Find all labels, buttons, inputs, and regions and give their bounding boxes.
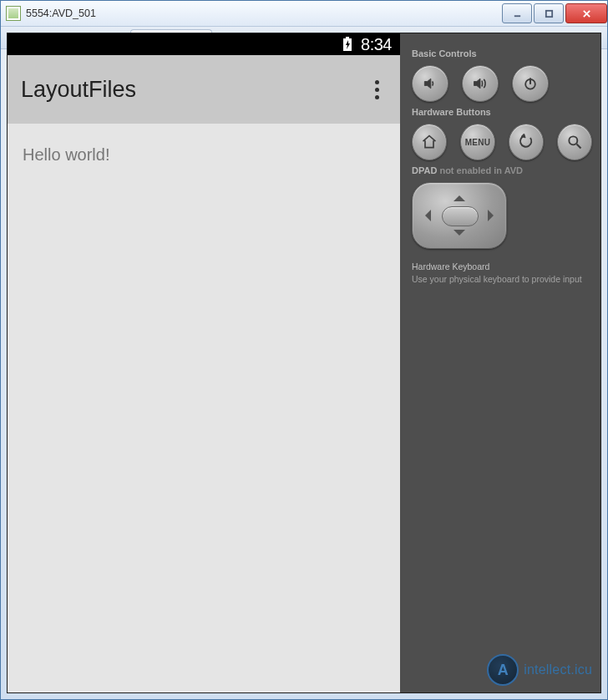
menu-button[interactable]: MENU bbox=[460, 124, 495, 160]
dpad-down-icon bbox=[453, 230, 465, 241]
volume-up-button[interactable] bbox=[462, 65, 499, 102]
hardware-keyboard-section: Hardware Keyboard Use your physical keyb… bbox=[412, 261, 592, 285]
dot-icon bbox=[375, 80, 379, 84]
dpad-heading: DPAD not enabled in AVD bbox=[412, 165, 592, 175]
svg-rect-1 bbox=[545, 10, 551, 16]
app-icon bbox=[6, 6, 21, 21]
emulator-control-panel: Basic Controls Hardware Buttons bbox=[400, 33, 600, 692]
app-title: LayoutFiles bbox=[21, 77, 367, 103]
android-statusbar: 8:34 bbox=[8, 33, 400, 55]
maximize-button[interactable] bbox=[534, 3, 564, 23]
dot-icon bbox=[375, 95, 379, 99]
volume-down-button[interactable] bbox=[412, 65, 448, 102]
dpad-disabled-text: not enabled in AVD bbox=[439, 165, 523, 175]
watermark: A intellect.icu bbox=[487, 654, 592, 686]
app-action-bar: LayoutFiles bbox=[8, 55, 400, 124]
dpad-up-icon bbox=[453, 190, 465, 201]
dot-icon bbox=[375, 88, 379, 92]
window-body: 8:34 LayoutFiles Hello world! Basic Cont… bbox=[1, 49, 607, 699]
hardware-keyboard-heading: Hardware Keyboard bbox=[412, 261, 592, 273]
svg-point-9 bbox=[569, 136, 577, 145]
hardware-keyboard-subtitle: Use your physical keyboard to provide in… bbox=[412, 273, 592, 286]
back-icon bbox=[518, 134, 535, 150]
power-icon bbox=[522, 75, 539, 92]
home-icon bbox=[421, 134, 438, 150]
emulator-frame: 8:34 LayoutFiles Hello world! Basic Cont… bbox=[7, 33, 601, 693]
window-titlebar[interactable]: 5554:AVD_501 bbox=[1, 1, 607, 27]
maximize-icon bbox=[545, 9, 554, 18]
dpad-label-text: DPAD bbox=[412, 165, 437, 175]
dpad-right-icon bbox=[488, 210, 499, 221]
volume-up-icon bbox=[472, 75, 489, 92]
basic-controls-heading: Basic Controls bbox=[412, 48, 592, 58]
dpad-left-icon bbox=[419, 210, 431, 221]
svg-rect-5 bbox=[346, 37, 349, 38]
dpad-center-button bbox=[442, 206, 479, 226]
watermark-text: intellect.icu bbox=[524, 662, 592, 677]
battery-charging-icon bbox=[342, 37, 352, 52]
app-content-area[interactable]: Hello world! bbox=[8, 124, 400, 692]
home-button[interactable] bbox=[412, 124, 447, 160]
os-window: 5554:AVD_501 activity_main.xml 8:34 bbox=[0, 0, 608, 700]
back-button[interactable] bbox=[509, 124, 544, 160]
close-button[interactable] bbox=[565, 3, 607, 23]
device-screen: 8:34 LayoutFiles Hello world! bbox=[8, 33, 400, 692]
volume-down-icon bbox=[422, 75, 438, 92]
minimize-button[interactable] bbox=[502, 3, 532, 23]
hardware-buttons-heading: Hardware Buttons bbox=[412, 107, 592, 117]
hello-world-label: Hello world! bbox=[23, 145, 385, 165]
power-button[interactable] bbox=[512, 65, 549, 102]
search-button[interactable] bbox=[557, 124, 592, 160]
basic-controls-row bbox=[412, 65, 592, 102]
minimize-icon bbox=[513, 9, 522, 18]
overflow-menu-button[interactable] bbox=[367, 80, 387, 99]
search-icon bbox=[566, 134, 583, 150]
statusbar-clock: 8:34 bbox=[361, 35, 392, 54]
watermark-badge: A bbox=[487, 654, 519, 686]
svg-line-10 bbox=[577, 145, 581, 149]
dpad-control bbox=[412, 182, 507, 249]
hardware-buttons-row: MENU bbox=[412, 124, 592, 160]
window-title: 5554:AVD_501 bbox=[26, 8, 96, 19]
close-icon bbox=[582, 9, 591, 18]
